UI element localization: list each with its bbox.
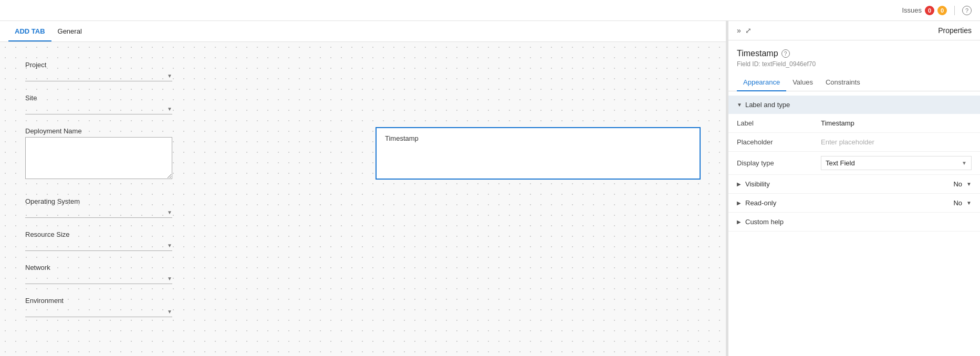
readonly-dropdown-icon: ▼ (966, 200, 972, 206)
readonly-label: Read-only (745, 199, 953, 207)
tab-appearance[interactable]: Appearance (737, 74, 786, 91)
chevron-down-icon: ▼ (167, 106, 172, 112)
section-chevron-icon: ▼ (737, 102, 742, 108)
right-panel: » ⤢ Properties Timestamp ? Field ID: tex… (728, 21, 980, 356)
expand-chevron-icon: ▶ (737, 219, 741, 225)
field-info: Timestamp ? Field ID: textField_0946ef70 (728, 40, 980, 68)
field-resource-size: Resource Size ▼ (13, 222, 713, 255)
tab-add[interactable]: ADD TAB (8, 22, 51, 41)
panel-icon-group: » ⤢ (737, 26, 752, 35)
field-id: Field ID: textField_0946ef70 (737, 60, 972, 68)
network-label: Network (25, 264, 701, 271)
expand-row-visibility[interactable]: ▶ Visibility No ▼ (728, 175, 980, 194)
operating-system-label: Operating System (25, 197, 701, 205)
form-two-col-row: Deployment Name Timestamp (13, 119, 713, 189)
field-network: Network ▼ (13, 255, 713, 288)
field-site: Site ▼ (13, 86, 713, 119)
collapse-icon[interactable]: » (737, 26, 741, 35)
field-operating-system: Operating System ▼ (13, 189, 713, 222)
panel-tabs: Appearance Values Constraints (728, 74, 980, 91)
chevron-down-icon: ▼ (167, 210, 172, 215)
site-select[interactable]: ▼ (25, 104, 172, 114)
timestamp-field-label: Timestamp (385, 134, 419, 142)
expand-icon[interactable]: ⤢ (745, 26, 752, 35)
field-title-text: Timestamp (737, 49, 778, 58)
tab-general[interactable]: General (51, 22, 88, 41)
project-label: Project (25, 61, 701, 69)
issues-badge-yellow: 0 (937, 6, 947, 15)
prop-row-label: Label Timestamp (728, 114, 980, 133)
canvas-area: ADD TAB General Project ▼ Site ▼ (0, 21, 726, 356)
section-label-and-type[interactable]: ▼ Label and type (728, 96, 980, 114)
field-project: Project ▼ (13, 53, 713, 86)
visibility-value: No (953, 180, 962, 188)
visibility-dropdown-icon: ▼ (966, 181, 972, 187)
panel-title: Properties (938, 26, 972, 35)
display-type-chevron-icon: ▼ (962, 160, 967, 166)
expand-chevron-icon: ▶ (737, 181, 741, 187)
network-select[interactable]: ▼ (25, 274, 172, 284)
field-environment: Environment ▼ (13, 288, 713, 321)
custom-help-label: Custom help (745, 218, 972, 226)
placeholder-value[interactable]: Enter placeholder (821, 138, 972, 146)
environment-label: Environment (25, 297, 701, 305)
tab-values[interactable]: Values (786, 74, 819, 91)
readonly-value: No (953, 199, 962, 207)
site-label: Site (25, 94, 701, 102)
project-select[interactable]: ▼ (25, 71, 172, 81)
tab-constraints[interactable]: Constraints (819, 74, 867, 91)
visibility-label: Visibility (745, 180, 953, 188)
deployment-name-textarea[interactable] (25, 137, 172, 179)
chevron-down-icon: ▼ (167, 243, 172, 248)
chevron-down-icon: ▼ (167, 309, 172, 315)
panel-header: » ⤢ Properties (728, 21, 980, 40)
label-key: Label (737, 119, 821, 127)
issues-section: Issues 0 0 ? (902, 6, 972, 15)
display-type-select[interactable]: Text Field ▼ (821, 156, 972, 170)
resource-size-label: Resource Size (25, 231, 701, 238)
expand-row-custom-help[interactable]: ▶ Custom help (728, 213, 980, 232)
environment-select[interactable]: ▼ (25, 307, 172, 317)
label-value[interactable]: Timestamp (821, 119, 972, 127)
section-label: Label and type (745, 101, 790, 109)
form-canvas[interactable]: Project ▼ Site ▼ Deployment Name (0, 42, 726, 356)
operating-system-select[interactable]: ▼ (25, 207, 172, 218)
display-type-key: Display type (737, 159, 821, 167)
divider (954, 6, 955, 15)
field-title-row: Timestamp ? (737, 49, 972, 58)
prop-row-placeholder: Placeholder Enter placeholder (728, 133, 980, 152)
resource-size-select[interactable]: ▼ (25, 240, 172, 251)
main-layout: ADD TAB General Project ▼ Site ▼ (0, 21, 980, 356)
field-deployment-name: Deployment Name (13, 119, 363, 189)
chevron-down-icon: ▼ (167, 276, 172, 281)
expand-row-readonly[interactable]: ▶ Read-only No ▼ (728, 194, 980, 213)
issues-label: Issues (902, 6, 922, 14)
display-type-value: Text Field (826, 159, 855, 167)
field-timestamp-container: Timestamp (363, 119, 713, 189)
placeholder-key: Placeholder (737, 138, 821, 146)
help-icon[interactable]: ? (962, 6, 972, 15)
issues-badge-red: 0 (925, 6, 934, 15)
chevron-down-icon: ▼ (167, 73, 172, 79)
field-help-icon[interactable]: ? (781, 49, 790, 58)
expand-chevron-icon: ▶ (737, 200, 741, 206)
top-bar: Issues 0 0 ? (0, 0, 980, 21)
timestamp-card[interactable]: Timestamp (376, 127, 701, 180)
panel-body: Timestamp ? Field ID: textField_0946ef70… (728, 40, 980, 356)
deployment-name-label: Deployment Name (25, 127, 350, 135)
prop-row-display-type: Display type Text Field ▼ (728, 152, 980, 175)
tabs-bar: ADD TAB General (0, 21, 726, 42)
